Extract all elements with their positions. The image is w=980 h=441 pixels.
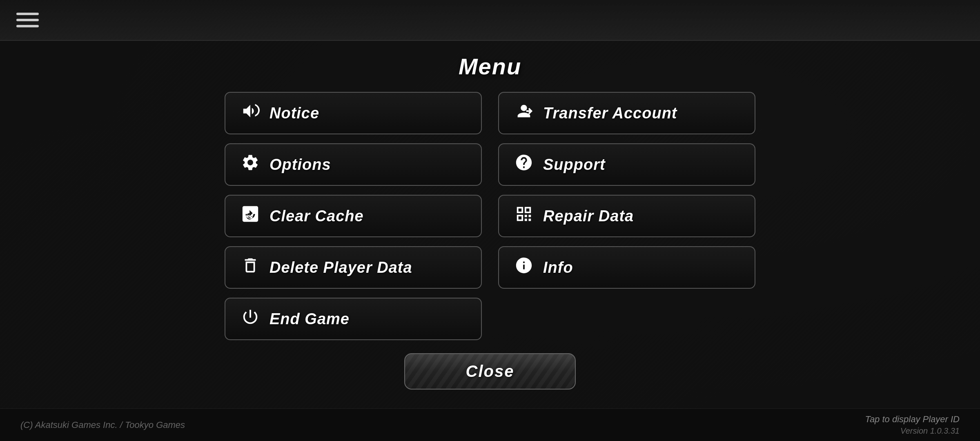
menu-container: Menu Notice Transfer Account — [0, 41, 980, 408]
gear-icon — [240, 153, 261, 176]
notice-button[interactable]: Notice — [225, 92, 482, 134]
info-button[interactable]: Info — [498, 246, 755, 289]
hamburger-menu[interactable] — [16, 13, 39, 27]
power-icon — [240, 307, 261, 330]
cache-icon — [240, 205, 261, 227]
megaphone-icon — [240, 102, 261, 125]
copyright-text: (C) Akatsuki Games Inc. / Tookyo Games — [20, 420, 185, 430]
question-icon — [514, 153, 534, 176]
menu-buttons-grid: Notice Transfer Account Options — [225, 92, 755, 340]
close-button[interactable]: Close — [404, 353, 576, 390]
version-text: Version 1.0.3.31 — [900, 426, 960, 436]
support-button[interactable]: Support — [498, 143, 755, 186]
notice-label: Notice — [270, 105, 319, 122]
close-button-wrap: Close — [404, 353, 576, 390]
end-game-label: End Game — [270, 310, 350, 328]
options-button[interactable]: Options — [225, 143, 482, 186]
transfer-account-label: Transfer Account — [543, 105, 677, 122]
transfer-account-button[interactable]: Transfer Account — [498, 92, 755, 134]
repair-data-label: Repair Data — [543, 207, 634, 225]
clear-cache-button[interactable]: Clear Cache — [225, 195, 482, 237]
clear-cache-label: Clear Cache — [270, 207, 364, 225]
delete-player-data-button[interactable]: Delete Player Data — [225, 246, 482, 289]
options-label: Options — [270, 156, 331, 174]
trash-icon — [240, 256, 261, 279]
end-game-button[interactable]: End Game — [225, 298, 482, 340]
top-bar — [0, 0, 980, 41]
repair-data-button[interactable]: Repair Data — [498, 195, 755, 237]
transfer-icon — [514, 102, 534, 125]
info-icon — [514, 256, 534, 279]
support-label: Support — [543, 156, 606, 174]
close-label: Close — [466, 362, 514, 380]
footer: (C) Akatsuki Games Inc. / Tookyo Games T… — [0, 408, 980, 441]
tap-display-text[interactable]: Tap to display Player ID — [865, 414, 960, 425]
repair-icon — [514, 205, 534, 227]
delete-player-data-label: Delete Player Data — [270, 259, 412, 276]
footer-right: Tap to display Player ID Version 1.0.3.3… — [865, 414, 960, 436]
menu-title: Menu — [459, 41, 521, 92]
info-label: Info — [543, 259, 573, 276]
